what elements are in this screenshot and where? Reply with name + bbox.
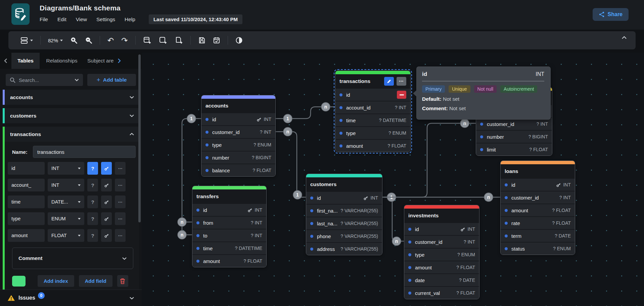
menu-item-settings[interactable]: Settings bbox=[92, 15, 120, 24]
table-card-accounts[interactable]: accountsidINTcustomer_id? INTtype? ENUMn… bbox=[201, 95, 276, 177]
table-field-row-time[interactable]: time? DATETIME bbox=[335, 114, 410, 126]
table-field-row-current_val[interactable]: current_val? FLOAT bbox=[404, 286, 479, 299]
table-card-loans[interactable]: loansidINTcustomer_id? INTamount? FLOATr… bbox=[500, 161, 575, 255]
sidebar-table-item-customers[interactable]: customers bbox=[3, 108, 139, 123]
app-logo[interactable] bbox=[11, 3, 30, 25]
field-more-button[interactable]: ⋯ bbox=[115, 229, 126, 242]
expand-toggle[interactable] bbox=[129, 96, 134, 99]
nullable-toggle-button[interactable]: ? bbox=[87, 179, 98, 191]
table-field-row-first_na...[interactable]: first_na...? VARCHAR(255) bbox=[306, 204, 382, 217]
table-field-row-amount[interactable]: amount? FLOAT bbox=[404, 261, 479, 273]
zoom-level-dropdown[interactable]: 82% bbox=[48, 38, 63, 43]
table-field-row-number[interactable]: number? BIGINT bbox=[201, 151, 275, 164]
field-name-input[interactable]: type bbox=[8, 212, 45, 225]
table-more-button[interactable]: ••• bbox=[397, 77, 406, 86]
field-more-button[interactable]: ⋯ bbox=[115, 179, 126, 191]
table-field-row-id[interactable]: idINT bbox=[501, 178, 575, 191]
diagram-canvas[interactable]: 1nn1nn11nnn accountsidINTcustomer_id? IN… bbox=[142, 53, 644, 306]
table-field-row-date[interactable]: date? DATE bbox=[404, 273, 479, 286]
primary-key-toggle-button[interactable] bbox=[101, 179, 112, 191]
table-field-row-last_na...[interactable]: last_na...? VARCHAR(255) bbox=[306, 217, 382, 229]
table-card-transfers[interactable]: transfersidINTfrom? INTto? INTtime? DATE… bbox=[192, 186, 267, 267]
table-card-customers[interactable]: customersidINTfirst_na...? VARCHAR(255)l… bbox=[306, 174, 382, 255]
primary-key-toggle-button[interactable] bbox=[101, 229, 112, 242]
expand-toggle[interactable] bbox=[129, 114, 134, 117]
field-type-dropdown[interactable]: INT bbox=[48, 162, 84, 175]
menu-item-view[interactable]: View bbox=[71, 15, 92, 24]
sidebar-table-item-transactions[interactable]: transactions bbox=[5, 127, 139, 142]
table-card-investments[interactable]: investmentsidINTcustomer_id? INTtype? EN… bbox=[404, 205, 479, 299]
table-field-row-balance[interactable]: balance? FLOAT bbox=[201, 164, 275, 176]
table-field-row-term[interactable]: term? DATE bbox=[501, 229, 575, 242]
tab-tables[interactable]: Tables bbox=[11, 53, 40, 69]
nullable-toggle-button[interactable]: ? bbox=[87, 212, 98, 225]
redo-button[interactable]: ↷ bbox=[121, 37, 128, 44]
search-input[interactable]: Search... bbox=[6, 74, 83, 86]
table-field-row-account_id[interactable]: account_id? INT bbox=[335, 101, 410, 114]
menu-item-edit[interactable]: Edit bbox=[53, 15, 71, 24]
comment-accordion[interactable]: Comment bbox=[12, 248, 133, 269]
tabs-scroll-left-button[interactable] bbox=[0, 53, 11, 69]
table-field-row-customer_id[interactable]: customer_id? INT bbox=[404, 235, 479, 248]
share-button[interactable]: Share bbox=[593, 8, 629, 21]
sidebar-table-item-accounts[interactable]: accounts bbox=[3, 90, 139, 105]
table-field-row-customer_id[interactable]: customer_id? INT bbox=[501, 191, 575, 204]
table-field-row-number[interactable]: number? BIGINT bbox=[476, 130, 552, 143]
edit-table-button[interactable] bbox=[384, 77, 394, 86]
field-name-input[interactable]: amount bbox=[8, 229, 45, 242]
table-field-row-limit[interactable]: limit? FLOAT bbox=[476, 143, 552, 156]
delete-table-button[interactable] bbox=[117, 275, 128, 287]
add-table-button[interactable]: + Add table bbox=[87, 74, 136, 86]
menu-item-help[interactable]: Help bbox=[120, 15, 140, 24]
table-field-row-id[interactable]: idINT bbox=[306, 191, 382, 204]
table-name-input[interactable]: transactions bbox=[33, 146, 136, 158]
primary-key-toggle-button[interactable] bbox=[101, 212, 112, 225]
commit-button[interactable] bbox=[213, 37, 220, 44]
table-field-row-from[interactable]: from? INT bbox=[192, 216, 266, 229]
zoom-in-button[interactable] bbox=[70, 37, 78, 44]
table-field-row-type[interactable]: type? ENUM bbox=[335, 126, 410, 139]
table-card-transactions[interactable]: transactions•••idaccount_id? INTtime? DA… bbox=[335, 71, 411, 152]
field-name-input[interactable]: account_ bbox=[8, 179, 45, 191]
table-field-row-to[interactable]: to? INT bbox=[192, 229, 266, 242]
table-field-row-phone[interactable]: phone? VARCHAR(255) bbox=[306, 229, 382, 242]
table-field-row-amount[interactable]: amount? FLOAT bbox=[192, 254, 266, 267]
add-area-button[interactable] bbox=[159, 36, 167, 44]
relationship-path[interactable] bbox=[276, 132, 306, 197]
table-field-row-time[interactable]: time? DATETIME bbox=[192, 242, 266, 254]
tab-subject-areas[interactable]: Subject areas bbox=[84, 53, 113, 69]
sidebar-scrollbar[interactable] bbox=[138, 54, 141, 222]
field-name-input[interactable]: id bbox=[8, 162, 45, 175]
zoom-out-button[interactable] bbox=[85, 37, 92, 44]
table-field-row-rate[interactable]: rate? FLOAT bbox=[501, 216, 575, 229]
nullable-toggle-button[interactable]: ? bbox=[87, 162, 98, 175]
table-field-row-amount[interactable]: amount? FLOAT bbox=[335, 139, 410, 152]
header-layout-button[interactable] bbox=[20, 37, 33, 44]
tab-relationships[interactable]: Relationships bbox=[40, 53, 84, 69]
toolbar-collapse-button[interactable] bbox=[622, 36, 627, 39]
table-field-row-id[interactable]: idINT bbox=[192, 203, 266, 216]
add-index-button[interactable]: Add index bbox=[38, 275, 74, 287]
field-type-dropdown[interactable]: INT bbox=[48, 179, 84, 191]
tabs-scroll-right-button[interactable] bbox=[113, 53, 125, 69]
table-color-swatch[interactable] bbox=[12, 276, 26, 287]
table-field-row-id[interactable]: idINT bbox=[201, 113, 275, 125]
field-name-input[interactable]: time bbox=[8, 195, 45, 208]
table-field-row-id[interactable]: id bbox=[335, 88, 410, 101]
table-field-row-type[interactable]: type? ENUM bbox=[201, 138, 275, 151]
field-type-dropdown[interactable]: FLOAT bbox=[48, 229, 84, 242]
menu-item-file[interactable]: File bbox=[40, 15, 53, 24]
table-field-row-customer_id[interactable]: customer_id? INT bbox=[201, 125, 275, 138]
nullable-toggle-button[interactable]: ? bbox=[87, 229, 98, 242]
theme-contrast-button[interactable] bbox=[235, 37, 243, 44]
field-more-button[interactable]: ⋯ bbox=[115, 212, 126, 225]
field-more-button[interactable]: ⋯ bbox=[115, 162, 126, 175]
primary-key-toggle-button[interactable] bbox=[101, 162, 112, 175]
field-type-dropdown[interactable]: ENUM bbox=[48, 212, 84, 225]
table-field-row-type[interactable]: type? ENUM bbox=[404, 248, 479, 261]
primary-key-toggle-button[interactable] bbox=[101, 195, 112, 208]
table-field-row-amount[interactable]: amount? FLOAT bbox=[501, 204, 575, 216]
nullable-toggle-button[interactable]: ? bbox=[87, 195, 98, 208]
relationship-path[interactable] bbox=[382, 197, 404, 241]
add-table-tool-button[interactable] bbox=[143, 36, 151, 44]
